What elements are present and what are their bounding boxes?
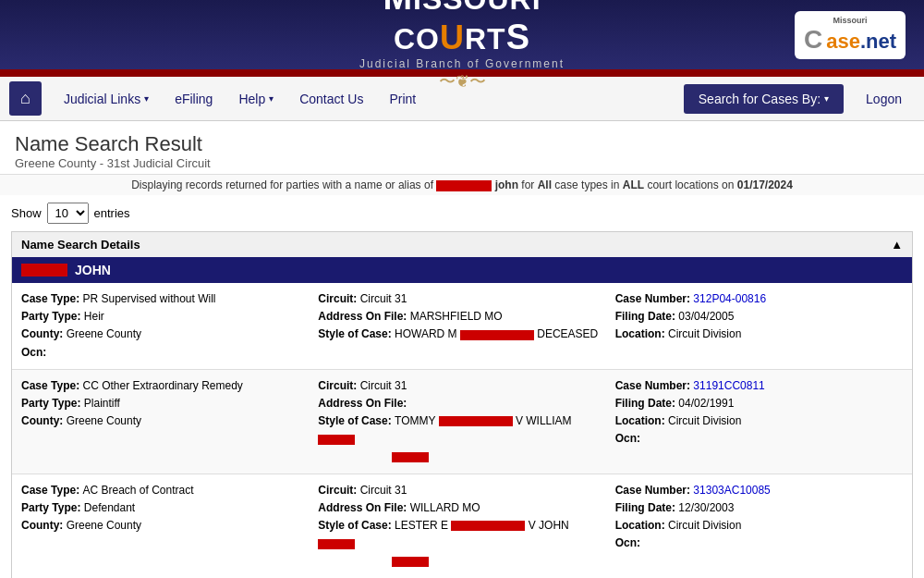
nav-contact-us[interactable]: Contact Us <box>286 79 376 119</box>
chevron-down-icon: ▾ <box>824 93 829 104</box>
case-number-link[interactable]: 31303AC10085 <box>693 484 770 497</box>
search-for-cases-button[interactable]: Search for Cases By: ▾ <box>684 84 844 114</box>
redacted-block <box>439 416 513 426</box>
redacted-name <box>436 180 492 191</box>
page-subtitle: Greene County - 31st Judicial Circuit <box>15 156 909 170</box>
case-number-link[interactable]: 312P04-00816 <box>693 292 766 305</box>
entries-select[interactable]: 10 25 50 <box>47 203 89 224</box>
nav-efiling[interactable]: eFiling <box>162 79 225 119</box>
redacted-block <box>318 539 355 549</box>
redacted-block <box>318 435 355 445</box>
name-search-section: Name Search Details ▲ JOHN Case Type: PR… <box>11 231 913 578</box>
redacted-block <box>460 330 534 340</box>
logo-subtitle: Judicial Branch of Government <box>314 57 610 70</box>
nav-help[interactable]: Help ▾ <box>225 79 286 119</box>
logo-title: MISSOURI COURTS <box>314 0 610 57</box>
page-title-section: Name Search Result Greene County - 31st … <box>0 121 924 174</box>
casenet-logo: Missouri Case.net <box>795 11 906 59</box>
redacted-block <box>392 452 429 462</box>
table-row: Case Type: CC Other Extraordinary Remedy… <box>12 370 912 474</box>
table-row: Case Type: AC Breach of Contract Party T… <box>12 474 912 578</box>
nav-print[interactable]: Print <box>376 79 429 119</box>
name-redacted <box>21 264 67 277</box>
redacted-block <box>451 521 525 531</box>
case-number-link[interactable]: 31191CC0811 <box>693 379 764 392</box>
table-row: Case Type: PR Supervised without Will Pa… <box>12 283 912 370</box>
main-content: Show 10 25 50 entries Name Search Detail… <box>0 195 924 578</box>
info-bar: Displaying records returned for parties … <box>0 174 924 195</box>
redacted-block <box>392 557 429 567</box>
chevron-down-icon: ▾ <box>269 93 274 104</box>
name-row: JOHN <box>12 257 912 283</box>
chevron-down-icon: ▾ <box>144 93 149 104</box>
casenet-missouri: Missouri <box>804 16 896 25</box>
home-button[interactable]: ⌂ <box>9 81 42 116</box>
nav-right: Search for Cases By: ▾ Logon <box>684 84 915 114</box>
nav-judicial-links[interactable]: Judicial Links ▾ <box>51 79 162 119</box>
page-title: Name Search Result <box>15 132 909 156</box>
name-search-header[interactable]: Name Search Details ▲ <box>12 232 912 257</box>
header: MISSOURI COURTS Judicial Branch of Gover… <box>0 0 924 69</box>
collapse-icon: ▲ <box>891 238 903 252</box>
show-entries: Show 10 25 50 entries <box>11 203 913 224</box>
logon-button[interactable]: Logon <box>853 84 915 114</box>
